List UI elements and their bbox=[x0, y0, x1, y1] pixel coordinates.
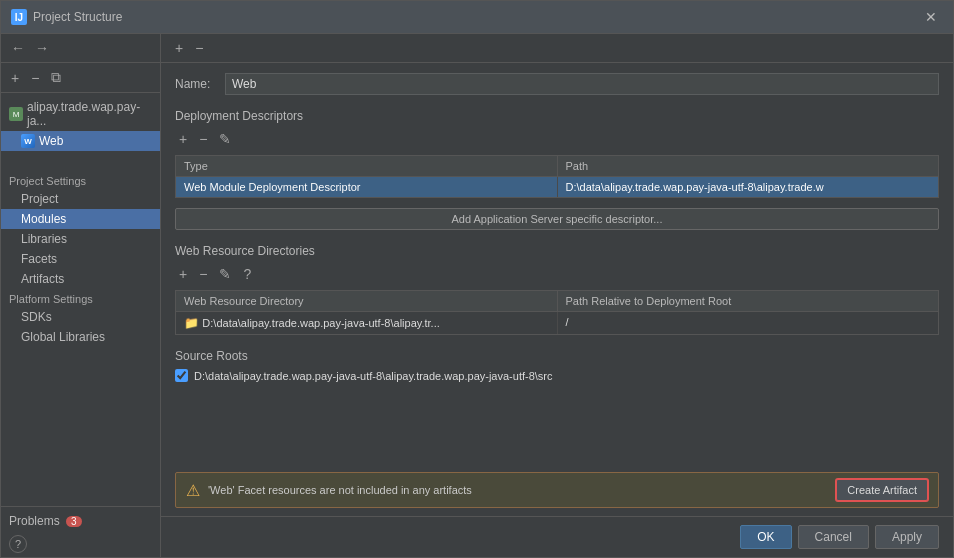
source-roots-section: Source Roots D:\data\alipay.trade.wap.pa… bbox=[175, 349, 939, 382]
project-settings-label: Project Settings bbox=[1, 171, 160, 189]
title-bar: IJ Project Structure ✕ bbox=[1, 1, 953, 34]
sidebar-item-sdks[interactable]: SDKs bbox=[1, 307, 160, 327]
deployment-toolbar: + − ✎ bbox=[175, 129, 939, 149]
global-libraries-label: Global Libraries bbox=[21, 330, 105, 344]
title-bar-left: IJ Project Structure bbox=[11, 9, 122, 25]
deployment-section: Deployment Descriptors + − ✎ Type Path W… bbox=[175, 109, 939, 230]
sidebar-item-facets[interactable]: Facets bbox=[1, 249, 160, 269]
add-module-button[interactable]: + bbox=[7, 68, 23, 88]
sidebar-item-libraries[interactable]: Libraries bbox=[1, 229, 160, 249]
main-body: Name: Deployment Descriptors + − ✎ Type … bbox=[161, 63, 953, 472]
tree-child-item[interactable]: W Web bbox=[1, 131, 160, 151]
sidebar-item-modules[interactable]: Modules bbox=[1, 209, 160, 229]
tree-root-item[interactable]: M alipay.trade.wap.pay-ja... bbox=[1, 97, 160, 131]
problems-item[interactable]: Problems 3 bbox=[9, 511, 152, 531]
main-remove-button[interactable]: − bbox=[191, 38, 207, 58]
sidebar-bottom: Problems 3 ? bbox=[1, 506, 160, 557]
back-button[interactable]: ← bbox=[7, 38, 29, 58]
folder-icon: 📁 bbox=[184, 316, 202, 330]
warning-text: 'Web' Facet resources are not included i… bbox=[208, 484, 828, 496]
name-input[interactable] bbox=[225, 73, 939, 95]
module-icon: M bbox=[9, 107, 23, 121]
problems-label: Problems bbox=[9, 514, 60, 528]
sidebar-nav: M alipay.trade.wap.pay-ja... W Web Proje… bbox=[1, 93, 160, 506]
dialog-title: Project Structure bbox=[33, 10, 122, 24]
main-toolbar: + − bbox=[161, 34, 953, 63]
source-roots-title: Source Roots bbox=[175, 349, 939, 363]
deployment-remove-btn[interactable]: − bbox=[195, 129, 211, 149]
web-resource-table: Web Resource Directory Path Relative to … bbox=[175, 290, 939, 335]
warning-bar: ⚠ 'Web' Facet resources are not included… bbox=[175, 472, 939, 508]
forward-button[interactable]: → bbox=[31, 38, 53, 58]
tree-root-label: alipay.trade.wap.pay-ja... bbox=[27, 100, 152, 128]
cancel-button[interactable]: Cancel bbox=[798, 525, 869, 549]
web-resource-edit-btn[interactable]: ✎ bbox=[215, 264, 235, 284]
source-path-text: D:\data\alipay.trade.wap.pay-java-utf-8\… bbox=[194, 370, 553, 382]
name-row: Name: bbox=[175, 73, 939, 95]
sidebar-item-global-libraries[interactable]: Global Libraries bbox=[1, 327, 160, 347]
apply-button[interactable]: Apply bbox=[875, 525, 939, 549]
dialog-body: ← → + − ⧉ M alipay.trade.wap.pay-ja... W… bbox=[1, 34, 953, 557]
project-structure-dialog: IJ Project Structure ✕ ← → + − ⧉ M alipa… bbox=[0, 0, 954, 558]
deployment-col-path: Path bbox=[558, 156, 939, 176]
copy-module-button[interactable]: ⧉ bbox=[47, 67, 65, 88]
close-button[interactable]: ✕ bbox=[919, 7, 943, 27]
table-row[interactable]: 📁 D:\data\alipay.trade.wap.pay-java-utf-… bbox=[176, 312, 938, 334]
artifacts-label: Artifacts bbox=[21, 272, 64, 286]
tree-child-label: Web bbox=[39, 134, 63, 148]
deployment-edit-btn[interactable]: ✎ bbox=[215, 129, 235, 149]
deployment-row-type: Web Module Deployment Descriptor bbox=[176, 177, 558, 197]
ok-button[interactable]: OK bbox=[740, 525, 791, 549]
sidebar-toolbar: + − ⧉ bbox=[1, 63, 160, 93]
web-resource-col-path: Path Relative to Deployment Root bbox=[558, 291, 939, 311]
deployment-title: Deployment Descriptors bbox=[175, 109, 939, 123]
deployment-table-header: Type Path bbox=[176, 156, 938, 177]
table-row[interactable]: Web Module Deployment Descriptor D:\data… bbox=[176, 177, 938, 197]
add-descriptor-button[interactable]: Add Application Server specific descript… bbox=[175, 208, 939, 230]
create-artifact-button[interactable]: Create Artifact bbox=[836, 479, 928, 501]
web-resource-title: Web Resource Directories bbox=[175, 244, 939, 258]
name-label: Name: bbox=[175, 77, 215, 91]
nav-back-forward: ← → bbox=[1, 34, 160, 63]
platform-settings-label: Platform Settings bbox=[1, 289, 160, 307]
problems-badge: 3 bbox=[66, 516, 82, 527]
deployment-add-btn[interactable]: + bbox=[175, 129, 191, 149]
deployment-row-path: D:\data\alipay.trade.wap.pay-java-utf-8\… bbox=[558, 177, 939, 197]
web-resource-row-path: / bbox=[558, 312, 939, 334]
sidebar: ← → + − ⧉ M alipay.trade.wap.pay-ja... W… bbox=[1, 34, 161, 557]
deployment-table: Type Path Web Module Deployment Descript… bbox=[175, 155, 939, 198]
deployment-col-type: Type bbox=[176, 156, 558, 176]
web-resource-section: Web Resource Directories + − ✎ ? Web Res… bbox=[175, 244, 939, 335]
source-checkbox[interactable] bbox=[175, 369, 188, 382]
web-resource-add-btn[interactable]: + bbox=[175, 264, 191, 284]
web-resource-help-btn[interactable]: ? bbox=[239, 264, 255, 284]
web-resource-row-dir: 📁 D:\data\alipay.trade.wap.pay-java-utf-… bbox=[176, 312, 558, 334]
web-resource-table-header: Web Resource Directory Path Relative to … bbox=[176, 291, 938, 312]
sidebar-item-project[interactable]: Project bbox=[1, 189, 160, 209]
web-resource-dir-text: D:\data\alipay.trade.wap.pay-java-utf-8\… bbox=[202, 317, 439, 329]
sidebar-item-artifacts[interactable]: Artifacts bbox=[1, 269, 160, 289]
source-checkbox-row: D:\data\alipay.trade.wap.pay-java-utf-8\… bbox=[175, 369, 939, 382]
web-resource-remove-btn[interactable]: − bbox=[195, 264, 211, 284]
project-label: Project bbox=[21, 192, 58, 206]
help-button[interactable]: ? bbox=[9, 535, 27, 553]
modules-label: Modules bbox=[21, 212, 66, 226]
app-icon: IJ bbox=[11, 9, 27, 25]
web-resource-col-dir: Web Resource Directory bbox=[176, 291, 558, 311]
warning-icon: ⚠ bbox=[186, 481, 200, 500]
main-add-button[interactable]: + bbox=[171, 38, 187, 58]
web-icon: W bbox=[21, 134, 35, 148]
libraries-label: Libraries bbox=[21, 232, 67, 246]
dialog-footer: OK Cancel Apply bbox=[161, 516, 953, 557]
main-content: + − Name: Deployment Descriptors + − ✎ bbox=[161, 34, 953, 557]
facets-label: Facets bbox=[21, 252, 57, 266]
remove-module-button[interactable]: − bbox=[27, 68, 43, 88]
web-resource-toolbar: + − ✎ ? bbox=[175, 264, 939, 284]
sdks-label: SDKs bbox=[21, 310, 52, 324]
